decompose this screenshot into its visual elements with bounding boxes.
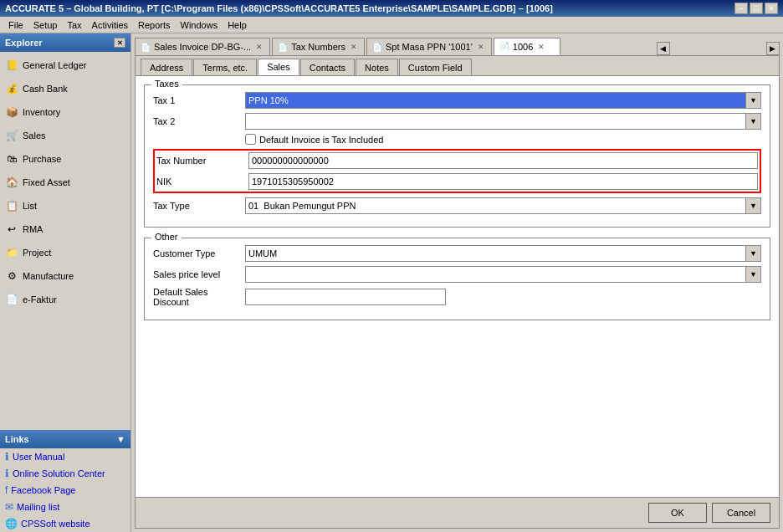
- sidebar-item-purchase[interactable]: 🛍 Purchase: [0, 147, 130, 171]
- sidebar-item-fixed-asset[interactable]: 🏠 Fixed Asset: [0, 171, 130, 194]
- project-icon: 📁: [5, 246, 18, 259]
- tax-number-row: Tax Number: [156, 152, 758, 169]
- tax2-label: Tax 2: [153, 116, 245, 126]
- tax2-dropdown-btn[interactable]: ▼: [746, 113, 761, 130]
- dialog-tab-address[interactable]: Address: [141, 59, 192, 75]
- tax-number-input[interactable]: [248, 152, 758, 169]
- menu-file[interactable]: File: [3, 18, 28, 32]
- cpssoft-icon: 🌐: [5, 518, 18, 529]
- dialog-tab-contacts[interactable]: Contacts: [300, 59, 355, 75]
- dialog-tab-sales[interactable]: Sales: [258, 59, 299, 75]
- sales-icon: 🛒: [5, 129, 18, 142]
- online-solution-icon: ℹ: [5, 468, 9, 479]
- menu-setup[interactable]: Setup: [28, 18, 63, 32]
- menu-windows[interactable]: Windows: [176, 18, 223, 32]
- tab-1006-icon: 📄: [499, 42, 509, 51]
- tax2-input[interactable]: [245, 113, 746, 130]
- tab-close-1006[interactable]: ✕: [536, 42, 546, 52]
- sidebar-item-manufacture[interactable]: ⚙ Manufacture: [0, 264, 130, 288]
- tax1-label: Tax 1: [153, 95, 245, 105]
- sidebar-item-inventory[interactable]: 📦 Inventory: [0, 100, 130, 124]
- maximize-btn[interactable]: □: [750, 3, 763, 14]
- sidebar-label-efaktur: e-Faktur: [23, 294, 57, 304]
- tab-close-sales-invoice[interactable]: ✕: [254, 42, 264, 52]
- dialog-tab-custom-field[interactable]: Custom Field: [399, 59, 472, 75]
- tab-close-spt-masa[interactable]: ✕: [476, 42, 486, 52]
- other-group-box: Other Customer Type ▼ Sales price level: [144, 238, 770, 320]
- facebook-icon: f: [5, 484, 8, 496]
- minimize-btn[interactable]: –: [734, 3, 748, 14]
- sidebar-title: Explorer: [5, 38, 43, 48]
- sidebar-close-btn[interactable]: ✕: [114, 38, 125, 48]
- sidebar-label-list: List: [23, 201, 37, 211]
- tab-nav-right[interactable]: ▶: [766, 42, 780, 55]
- cash-bank-icon: 💰: [5, 82, 18, 95]
- default-invoice-checkbox[interactable]: [245, 134, 256, 145]
- tab-sales-invoice-icon: 📄: [141, 43, 151, 52]
- general-ledger-icon: 📒: [5, 59, 18, 72]
- tax-type-control: ▼: [245, 197, 761, 214]
- sales-price-level-btn[interactable]: ▼: [746, 266, 761, 283]
- sidebar-item-rma[interactable]: ↩ RMA: [0, 217, 130, 241]
- tax-type-row: Tax Type ▼: [153, 197, 761, 214]
- tax-number-label: Tax Number: [156, 156, 248, 166]
- tax1-input[interactable]: [245, 92, 746, 109]
- tab-close-tax-numbers[interactable]: ✕: [349, 42, 359, 52]
- sidebar-label-fixed-asset: Fixed Asset: [23, 177, 70, 187]
- tab-bar: 📄 Sales Invoice DP-BG-... ✕ 📄 Tax Number…: [131, 33, 783, 55]
- sales-price-level-label: Sales price level: [153, 269, 245, 279]
- default-invoice-label: Default Invoice is Tax Included: [259, 135, 383, 145]
- nik-row: NIK: [156, 173, 758, 190]
- default-sales-discount-label: Default Sales Discount: [153, 287, 245, 307]
- dialog-tab-terms[interactable]: Terms, etc.: [193, 59, 257, 75]
- links-header[interactable]: Links ▼: [0, 430, 130, 448]
- link-online-solution[interactable]: ℹ Online Solution Center: [0, 465, 130, 482]
- menu-tax[interactable]: Tax: [62, 18, 86, 32]
- rma-icon: ↩: [5, 223, 18, 236]
- mailing-icon: ✉: [5, 501, 13, 513]
- title-controls: – □ ✕: [734, 3, 778, 14]
- link-facebook[interactable]: f Facebook Page: [0, 482, 130, 499]
- tab-1006[interactable]: 📄 1006 ✕: [494, 38, 560, 55]
- customer-type-row: Customer Type ▼: [153, 245, 761, 262]
- menu-activities[interactable]: Activities: [87, 18, 133, 32]
- sidebar-item-sales[interactable]: 🛒 Sales: [0, 124, 130, 147]
- customer-type-dropdown-btn[interactable]: ▼: [746, 245, 761, 262]
- tab-sales-invoice[interactable]: 📄 Sales Invoice DP-BG-... ✕: [135, 38, 270, 55]
- sidebar-label-rma: RMA: [23, 224, 43, 234]
- ok-button[interactable]: OK: [648, 503, 707, 523]
- user-manual-icon: ℹ: [5, 451, 9, 463]
- sidebar-label-general-ledger: General Ledger: [23, 60, 86, 70]
- dialog-area: Address Terms, etc. Sales Contacts Notes…: [135, 55, 780, 529]
- sales-price-level-input[interactable]: [245, 266, 746, 283]
- sidebar-item-project[interactable]: 📁 Project: [0, 241, 130, 264]
- sidebar-label-project: Project: [23, 248, 51, 258]
- dialog-tabs: Address Terms, etc. Sales Contacts Notes…: [136, 56, 779, 76]
- sidebar-item-cash-bank[interactable]: 💰 Cash Bank: [0, 77, 130, 100]
- menu-help[interactable]: Help: [223, 18, 252, 32]
- menu-reports[interactable]: Reports: [133, 18, 176, 32]
- tab-nav-left[interactable]: ◀: [657, 42, 670, 55]
- cancel-button[interactable]: Cancel: [712, 503, 770, 523]
- sidebar-item-efaktur[interactable]: 📄 e-Faktur: [0, 288, 130, 311]
- dialog-tab-notes[interactable]: Notes: [356, 59, 398, 75]
- link-mailing-list[interactable]: ✉ Mailing list: [0, 499, 130, 515]
- tab-spt-masa[interactable]: 📄 Spt Masa PPN '1001' ✕: [366, 38, 492, 55]
- sidebar-item-general-ledger[interactable]: 📒 General Ledger: [0, 54, 130, 77]
- fixed-asset-icon: 🏠: [5, 176, 18, 189]
- tab-tax-numbers-icon: 📄: [278, 43, 288, 52]
- nik-input[interactable]: [248, 173, 758, 190]
- customer-type-control: ▼: [245, 245, 761, 262]
- default-sales-discount-input[interactable]: [245, 289, 446, 305]
- link-user-manual[interactable]: ℹ User Manual: [0, 448, 130, 465]
- tax1-row: Tax 1 ▼: [153, 92, 761, 109]
- content-area: 📄 Sales Invoice DP-BG-... ✕ 📄 Tax Number…: [131, 33, 783, 532]
- close-btn[interactable]: ✕: [765, 3, 778, 14]
- link-cpssoft[interactable]: 🌐 CPSSoft website: [0, 515, 130, 532]
- tab-tax-numbers[interactable]: 📄 Tax Numbers ✕: [272, 38, 365, 55]
- tax1-dropdown-btn[interactable]: ▼: [746, 92, 761, 109]
- sidebar-item-list[interactable]: 📋 List: [0, 194, 130, 217]
- tax-type-input[interactable]: [245, 197, 746, 214]
- customer-type-input[interactable]: [245, 245, 746, 262]
- tax-type-dropdown-btn[interactable]: ▼: [746, 197, 761, 214]
